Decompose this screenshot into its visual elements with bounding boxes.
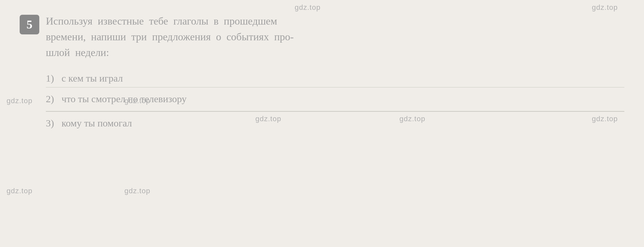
watermark-left-1: gdz.top bbox=[7, 97, 32, 105]
watermark-mid-center: gdz.top bbox=[255, 115, 281, 123]
exercise-number: 5 bbox=[20, 15, 39, 34]
items-section: 1) с кем ты играл 2) что ты смотрел по т… bbox=[20, 67, 624, 132]
exercise-text: Используя известные тебе глаголы в проше… bbox=[46, 13, 624, 60]
item-number-3: 3) bbox=[46, 118, 59, 129]
item-text-3: кому ты помогал bbox=[62, 118, 624, 129]
list-item: 1) с кем ты играл bbox=[46, 67, 624, 87]
watermark-mid-1: gdz.top bbox=[124, 97, 150, 105]
exercise-block: 5 Используя известные тебе глаголы в про… bbox=[20, 13, 624, 60]
item-number-1: 1) bbox=[46, 73, 59, 84]
watermark-mid-right-1: gdz.top bbox=[399, 115, 425, 123]
watermark-bottom-mid: gdz.top bbox=[124, 187, 150, 195]
watermark-bottom-left: gdz.top bbox=[7, 187, 32, 195]
watermark-top-center: gdz.top bbox=[295, 3, 321, 12]
page-container: gdz.top gdz.top gdz.top gdz.top gdz.top … bbox=[0, 0, 644, 247]
list-item: 3) кому ты помогал bbox=[46, 111, 624, 132]
item-text-1: с кем ты играл bbox=[62, 73, 624, 84]
watermark-mid-right-2: gdz.top bbox=[592, 115, 618, 123]
item-number-2: 2) bbox=[46, 93, 59, 104]
watermark-top-right: gdz.top bbox=[592, 3, 618, 12]
